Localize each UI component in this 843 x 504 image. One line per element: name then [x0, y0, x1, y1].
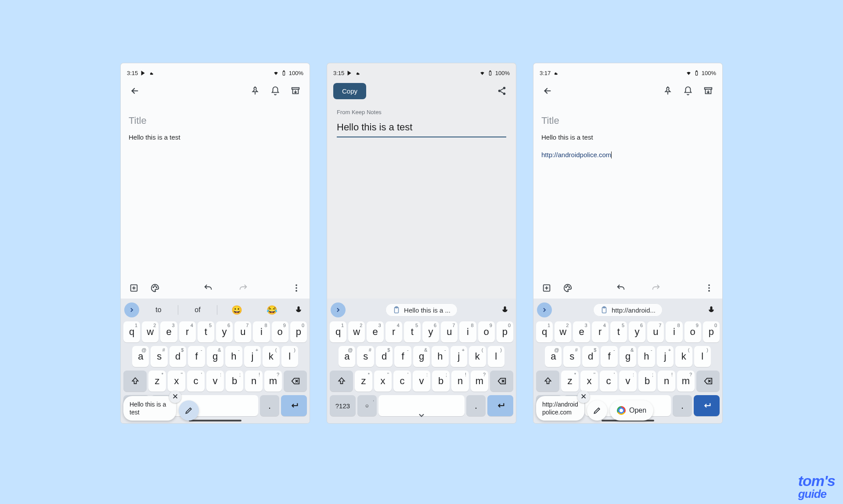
key-c[interactable]: c': [600, 371, 617, 392]
key-d[interactable]: d$: [376, 346, 393, 367]
add-content-button[interactable]: [538, 279, 555, 297]
archive-button[interactable]: [699, 81, 718, 101]
key-g[interactable]: g&: [207, 346, 223, 367]
back-button[interactable]: [538, 81, 557, 101]
expand-suggestions-icon[interactable]: [537, 302, 552, 317]
key-t[interactable]: t5: [610, 321, 627, 342]
title-input[interactable]: Title: [129, 115, 302, 126]
key-z[interactable]: z*: [148, 371, 166, 392]
key-z[interactable]: z*: [561, 371, 579, 392]
key-p[interactable]: p0: [497, 321, 513, 342]
palette-button[interactable]: [146, 279, 164, 297]
redo-button[interactable]: [647, 279, 665, 297]
key-i[interactable]: i8: [253, 321, 270, 342]
more-options-button[interactable]: [700, 279, 718, 297]
undo-button[interactable]: [199, 279, 217, 297]
key-x[interactable]: x'': [168, 371, 185, 392]
collapse-keyboard-icon[interactable]: [417, 411, 426, 421]
suggestion-word[interactable]: to: [143, 306, 174, 314]
more-options-button[interactable]: [288, 279, 305, 297]
shift-key[interactable]: [536, 371, 559, 392]
copy-button[interactable]: Copy: [333, 83, 366, 99]
backspace-key[interactable]: [696, 371, 720, 392]
key-z[interactable]: z*: [355, 371, 372, 392]
numbers-key[interactable]: ?123: [330, 395, 356, 416]
key-a[interactable]: a@: [132, 346, 149, 367]
enter-key[interactable]: [281, 395, 307, 416]
suggestion-emoji[interactable]: 😂: [256, 305, 288, 315]
redo-button[interactable]: [234, 279, 252, 297]
expand-suggestions-icon[interactable]: [124, 302, 139, 317]
key-d[interactable]: d$: [582, 346, 599, 367]
key-w[interactable]: w2: [142, 321, 159, 342]
close-icon[interactable]: ✕: [169, 391, 181, 403]
key-t[interactable]: t5: [198, 321, 214, 342]
key-q[interactable]: q1: [123, 321, 140, 342]
period-key[interactable]: .: [466, 395, 486, 416]
key-x[interactable]: x'': [374, 371, 392, 392]
enter-key[interactable]: [694, 395, 720, 416]
clipboard-suggestion[interactable]: Hello this is a ...: [385, 303, 458, 317]
key-u[interactable]: u7: [441, 321, 458, 342]
key-v[interactable]: v:: [619, 371, 637, 392]
key-r[interactable]: r4: [179, 321, 196, 342]
key-j[interactable]: j+: [657, 346, 674, 367]
key-e[interactable]: e3: [367, 321, 383, 342]
key-a[interactable]: a@: [339, 346, 355, 367]
key-m[interactable]: m?: [471, 371, 488, 392]
key-w[interactable]: w2: [555, 321, 571, 342]
period-key[interactable]: .: [673, 395, 692, 416]
suggestion-word[interactable]: of: [182, 306, 213, 314]
key-u[interactable]: u7: [647, 321, 664, 342]
key-u[interactable]: u7: [234, 321, 251, 342]
archive-button[interactable]: [286, 81, 305, 101]
key-b[interactable]: b;: [226, 371, 243, 392]
enter-key[interactable]: [487, 395, 513, 416]
key-t[interactable]: t5: [404, 321, 421, 342]
key-c[interactable]: c': [187, 371, 205, 392]
pin-button[interactable]: [658, 81, 677, 101]
key-f[interactable]: f-: [601, 346, 617, 367]
key-o[interactable]: o9: [272, 321, 288, 342]
shift-key[interactable]: [123, 371, 147, 392]
clipboard-suggestion[interactable]: http://android...: [593, 303, 663, 317]
add-content-button[interactable]: [125, 279, 143, 297]
key-s[interactable]: s#: [357, 346, 374, 367]
key-e[interactable]: e3: [573, 321, 590, 342]
key-m[interactable]: m?: [677, 371, 695, 392]
key-p[interactable]: p0: [290, 321, 307, 342]
key-w[interactable]: w2: [348, 321, 365, 342]
palette-button[interactable]: [559, 279, 576, 297]
key-q[interactable]: q1: [330, 321, 346, 342]
undo-button[interactable]: [612, 279, 630, 297]
edit-clipboard-button[interactable]: [587, 400, 607, 421]
key-y[interactable]: y6: [422, 321, 439, 342]
emoji-key[interactable]: ☺,: [357, 395, 377, 416]
reminder-button[interactable]: [266, 81, 285, 101]
title-input[interactable]: Title: [541, 115, 714, 126]
key-s[interactable]: s#: [563, 346, 580, 367]
key-c[interactable]: c': [393, 371, 411, 392]
key-a[interactable]: a@: [545, 346, 562, 367]
note-body[interactable]: Hello this is a test: [541, 133, 714, 142]
key-k[interactable]: k(: [469, 346, 486, 367]
key-q[interactable]: q1: [536, 321, 553, 342]
key-h[interactable]: h-: [225, 346, 242, 367]
share-button[interactable]: [492, 81, 512, 101]
voice-input-button[interactable]: [497, 302, 512, 317]
reminder-button[interactable]: [678, 81, 698, 101]
suggestion-emoji[interactable]: 😀: [221, 305, 252, 315]
key-b[interactable]: b;: [638, 371, 656, 392]
key-j[interactable]: j+: [244, 346, 261, 367]
pin-button[interactable]: [245, 81, 265, 101]
clipboard-bubble[interactable]: http://androidpolice.com ✕: [536, 396, 584, 421]
key-g[interactable]: g&: [413, 346, 430, 367]
close-icon[interactable]: ✕: [577, 391, 590, 403]
key-s[interactable]: s#: [151, 346, 167, 367]
backspace-key[interactable]: [490, 371, 513, 392]
back-button[interactable]: [125, 81, 144, 101]
key-n[interactable]: n!: [245, 371, 263, 392]
key-o[interactable]: o9: [684, 321, 701, 342]
edit-clipboard-button[interactable]: [179, 400, 199, 421]
key-l[interactable]: l): [488, 346, 504, 367]
